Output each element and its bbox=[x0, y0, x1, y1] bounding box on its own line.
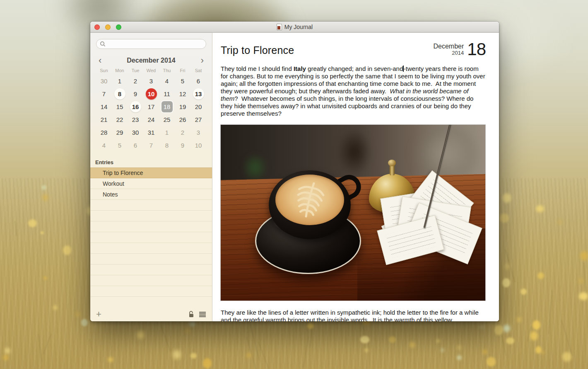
calendar-day-plain[interactable]: 6 bbox=[128, 139, 143, 152]
zoom-button[interactable] bbox=[116, 24, 121, 30]
calendar-prev-button[interactable]: ‹ bbox=[99, 56, 101, 65]
weekday-label: Sun bbox=[96, 68, 112, 73]
calendar-day-selected[interactable]: 18 bbox=[159, 100, 175, 113]
calendar-day-plain[interactable]: 2 bbox=[128, 75, 143, 87]
entry-list-item[interactable]: Trip to Florence bbox=[90, 168, 212, 178]
calendar-day-plain[interactable]: 23 bbox=[128, 113, 143, 126]
entry-paragraph-2[interactable]: They are like the lines of a letter writ… bbox=[221, 309, 485, 321]
calendar-day-plain[interactable]: 28 bbox=[96, 126, 112, 139]
calendar-day-plain[interactable]: 12 bbox=[175, 87, 190, 100]
calendar-day-today[interactable]: 10 bbox=[143, 87, 159, 100]
journal-document-icon bbox=[277, 24, 282, 30]
search-input[interactable] bbox=[108, 41, 202, 47]
calendar-day-number: 9 bbox=[177, 140, 188, 151]
calendar-day-number: 11 bbox=[161, 88, 173, 100]
calendar-day-plain[interactable]: 31 bbox=[143, 126, 159, 139]
calendar-weekday-row: SunMonTueWedThuFriSat bbox=[90, 68, 212, 73]
calendar-day-number: 7 bbox=[99, 88, 110, 100]
calendar-day-plain[interactable]: 22 bbox=[112, 113, 128, 126]
journal-entry-pane[interactable]: Trip to Florence December 2014 18 They t… bbox=[212, 33, 499, 321]
paragraph-segment: Italy bbox=[294, 65, 306, 72]
calendar-day-plain[interactable]: 29 bbox=[112, 126, 128, 139]
entry-list-item[interactable]: Workout bbox=[90, 178, 212, 189]
calendar-next-button[interactable]: › bbox=[201, 56, 204, 65]
calendar-day-number: 14 bbox=[99, 101, 110, 112]
close-button[interactable] bbox=[94, 24, 100, 30]
lock-unlocked-icon[interactable] bbox=[188, 311, 195, 318]
list-view-icon[interactable] bbox=[199, 311, 206, 317]
calendar-day-number: 30 bbox=[130, 127, 141, 138]
minimize-button[interactable] bbox=[105, 24, 111, 30]
calendar-day-number: 3 bbox=[146, 75, 157, 87]
calendar-day-number: 21 bbox=[99, 114, 110, 125]
calendar-day-plain[interactable]: 10 bbox=[190, 139, 206, 152]
calendar-day-plain[interactable]: 6 bbox=[190, 75, 206, 87]
calendar-day-entry[interactable]: 8 bbox=[112, 87, 128, 100]
calendar-day-plain[interactable]: 30 bbox=[128, 126, 143, 139]
paragraph-segment: ? Whatever becomes of such things, in th… bbox=[221, 95, 473, 117]
calendar-day-number: 7 bbox=[146, 140, 157, 151]
calendar-day-plain[interactable]: 24 bbox=[143, 113, 159, 126]
calendar-day-plain[interactable]: 20 bbox=[190, 100, 206, 113]
desktop-background: My Journal ‹ December 2014 bbox=[0, 0, 588, 369]
entry-list-item[interactable]: Notes bbox=[90, 189, 212, 200]
calendar-day-plain[interactable]: 3 bbox=[143, 75, 159, 87]
weekday-label: Thu bbox=[159, 68, 175, 73]
calendar-day-plain[interactable]: 11 bbox=[159, 87, 175, 100]
entries-list: Trip to FlorenceWorkoutNotes bbox=[90, 168, 212, 200]
calendar-day-number: 6 bbox=[130, 140, 141, 151]
calendar-day-plain[interactable]: 15 bbox=[112, 100, 128, 113]
weekday-label: Wed bbox=[143, 68, 159, 73]
calendar-day-number: 2 bbox=[130, 75, 141, 87]
calendar-day-plain[interactable]: 7 bbox=[143, 139, 159, 152]
calendar-day-plain[interactable]: 19 bbox=[175, 100, 190, 113]
calendar-day-plain[interactable]: 26 bbox=[175, 113, 190, 126]
calendar-day-number: 25 bbox=[161, 114, 173, 125]
calendar-day-plain[interactable]: 14 bbox=[96, 100, 112, 113]
calendar-day-plain[interactable]: 1 bbox=[159, 126, 175, 139]
calendar-day-plain[interactable]: 9 bbox=[128, 87, 143, 100]
weekday-label: Mon bbox=[112, 68, 128, 73]
calendar-day-plain[interactable]: 3 bbox=[190, 126, 206, 139]
calendar-day-plain[interactable]: 5 bbox=[112, 139, 128, 152]
calendar-day-plain[interactable]: 1 bbox=[112, 75, 128, 87]
calendar-day-plain[interactable]: 27 bbox=[190, 113, 206, 126]
paragraph-segment: They told me I should find bbox=[221, 65, 294, 72]
calendar-day-number: 2 bbox=[177, 127, 188, 138]
add-entry-button[interactable]: + bbox=[96, 310, 101, 318]
calendar-day-number: 22 bbox=[114, 114, 125, 125]
calendar-day-entry[interactable]: 16 bbox=[128, 100, 143, 113]
search-field[interactable] bbox=[96, 39, 206, 49]
entry-paragraph-1[interactable]: They told me I should find Italy greatly… bbox=[221, 65, 485, 117]
calendar-day-plain[interactable]: 25 bbox=[159, 113, 175, 126]
calendar-day-number: 30 bbox=[99, 75, 110, 87]
entry-date-day: 18 bbox=[467, 41, 486, 58]
traffic-lights bbox=[94, 22, 121, 32]
calendar-day-number: 28 bbox=[99, 127, 110, 138]
weekday-label: Sat bbox=[190, 68, 206, 73]
ruled-empty-lines bbox=[90, 200, 212, 307]
calendar-day-plain[interactable]: 7 bbox=[96, 87, 112, 100]
calendar-day-number: 4 bbox=[99, 140, 110, 151]
calendar-day-plain[interactable]: 17 bbox=[143, 100, 159, 113]
calendar-grid: 3012345678910111213141516171819202122232… bbox=[90, 75, 212, 152]
calendar-day-number: 1 bbox=[161, 127, 173, 138]
paragraph-segment: greatly changed; and in seven-and bbox=[306, 65, 403, 72]
calendar-day-plain[interactable]: 2 bbox=[175, 126, 190, 139]
calendar-day-number: 1 bbox=[114, 75, 125, 87]
calendar-day-plain[interactable]: 30 bbox=[96, 75, 112, 87]
sidebar-toolbar: + bbox=[90, 307, 212, 321]
calendar-day-plain[interactable]: 5 bbox=[175, 75, 190, 87]
photo-latte-foam bbox=[275, 175, 344, 225]
calendar-day-plain[interactable]: 8 bbox=[159, 139, 175, 152]
calendar-day-number: 31 bbox=[146, 127, 157, 138]
entry-title: Trip to Florence bbox=[221, 44, 294, 56]
calendar-day-number: 10 bbox=[146, 88, 157, 100]
calendar-day-plain[interactable]: 4 bbox=[159, 75, 175, 87]
calendar-day-entry[interactable]: 13 bbox=[190, 87, 206, 100]
calendar-day-plain[interactable]: 9 bbox=[175, 139, 190, 152]
calendar-day-plain[interactable]: 4 bbox=[96, 139, 112, 152]
calendar-day-number: 9 bbox=[130, 88, 141, 100]
calendar-day-plain[interactable]: 21 bbox=[96, 113, 112, 126]
calendar-day-number: 4 bbox=[161, 75, 173, 87]
